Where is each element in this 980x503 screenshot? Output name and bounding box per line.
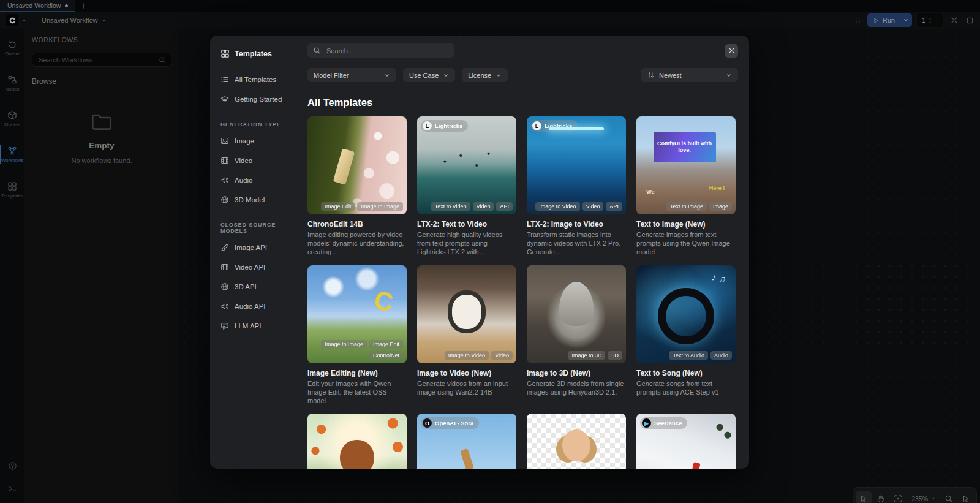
template-card[interactable] bbox=[307, 414, 407, 469]
template-thumbnail: L Lightricks Text to VideoVideoAPI bbox=[417, 116, 516, 214]
template-thumbnail: ▶ SeeDance bbox=[636, 414, 736, 469]
template-tag: Video bbox=[473, 202, 494, 211]
video-icon bbox=[221, 263, 229, 271]
template-tag: 3D bbox=[608, 351, 622, 360]
template-card[interactable] bbox=[527, 414, 626, 469]
model-provider-badge: L Lightricks bbox=[530, 120, 578, 132]
templates-dialog-title: Templates bbox=[235, 50, 272, 58]
nav-item-video-api[interactable]: Video API bbox=[216, 260, 292, 274]
template-thumbnail: Image to 3D3D bbox=[527, 265, 626, 363]
audio-icon bbox=[221, 302, 229, 311]
nav-item-image[interactable]: Image bbox=[216, 134, 292, 148]
sort-label: Newest bbox=[659, 72, 682, 79]
templates-dialog: Templates All Templates Getting Started … bbox=[210, 36, 749, 469]
templates-dialog-content: Model Filter Use Case License Newest Al bbox=[298, 36, 749, 469]
template-tag: ControlNet bbox=[369, 351, 403, 360]
template-tag: Image Edit bbox=[321, 202, 355, 211]
section-heading: All Templates bbox=[307, 97, 738, 108]
cube-icon bbox=[221, 282, 229, 291]
template-description: Image editing powered by video models' d… bbox=[307, 231, 407, 256]
comfyui-app: Unsaved Workflow Unsaved Workflow Run 1 bbox=[0, 0, 980, 503]
template-card[interactable]: Text to AudioAudio Text to Song (New) Ge… bbox=[636, 265, 736, 406]
nav-section-label: GENERATION TYPE bbox=[221, 121, 292, 127]
template-title: Image Editing (New) bbox=[307, 369, 407, 377]
template-tag: Image bbox=[709, 202, 732, 211]
search-icon bbox=[313, 47, 321, 55]
provider-name: OpenAI - Sora bbox=[435, 420, 473, 426]
templates-filters: Model Filter Use Case License Newest bbox=[307, 68, 738, 82]
template-tags: Image EditImage to Image bbox=[311, 202, 403, 211]
provider-logo-icon: O bbox=[423, 418, 432, 428]
templates-topbar bbox=[307, 43, 738, 58]
nav-item-all-templates[interactable]: All Templates bbox=[216, 73, 292, 86]
template-tag: Image to Video bbox=[445, 351, 489, 360]
cap-icon bbox=[221, 95, 229, 104]
nav-item-video[interactable]: Video bbox=[216, 154, 292, 167]
sort-dropdown[interactable]: Newest bbox=[641, 68, 738, 82]
template-description: Generate songs from text prompts using A… bbox=[636, 380, 736, 397]
template-description: Generate videos from an input image usin… bbox=[417, 380, 516, 397]
template-tags: Text to AudioAudio bbox=[640, 351, 732, 360]
nav-item-getting-started[interactable]: Getting Started bbox=[216, 93, 292, 106]
template-card[interactable]: Image EditImage to Image ChronoEdit 14B … bbox=[307, 116, 407, 257]
license-dropdown[interactable]: License bbox=[462, 68, 508, 82]
template-description: Edit your images with Qwen Image Edit, t… bbox=[307, 380, 407, 405]
template-thumbnail: Image EditImage to Image bbox=[307, 116, 407, 214]
template-description: Generate 3D models from single images us… bbox=[527, 380, 626, 397]
template-card[interactable]: ComfyUI is built with love. Text to Imag… bbox=[636, 116, 736, 257]
model-provider-badge: O OpenAI - Sora bbox=[421, 417, 479, 429]
template-tag: Image to 3D bbox=[568, 351, 605, 360]
template-thumbnail bbox=[307, 414, 407, 469]
template-tags: Text to VideoVideoAPI bbox=[421, 202, 513, 211]
use-case-dropdown[interactable]: Use Case bbox=[403, 68, 455, 82]
template-description: Generate images from text prompts using … bbox=[636, 231, 736, 256]
nav-item-3d-model[interactable]: 3D Model bbox=[216, 193, 292, 206]
template-title: Image to Video (New) bbox=[417, 369, 516, 377]
template-card[interactable]: O OpenAI - Sora bbox=[417, 414, 516, 469]
template-title: Text to Song (New) bbox=[636, 369, 736, 377]
templates-dialog-nav: Templates All Templates Getting Started … bbox=[210, 36, 298, 469]
nav-item-audio-api[interactable]: Audio API bbox=[216, 300, 292, 313]
close-icon bbox=[728, 47, 735, 54]
templates-search-box[interactable] bbox=[307, 43, 454, 58]
provider-logo-icon: ▶ bbox=[642, 418, 651, 428]
use-case-label: Use Case bbox=[409, 72, 439, 79]
template-card[interactable]: Image to 3D3D Image to 3D (New) Generate… bbox=[527, 265, 626, 406]
templates-search-input[interactable] bbox=[325, 47, 449, 55]
provider-logo-icon: L bbox=[423, 121, 432, 130]
video-icon bbox=[221, 156, 229, 165]
template-card[interactable]: Image to ImageImage EditControlNet Image… bbox=[307, 265, 407, 406]
license-label: License bbox=[468, 72, 491, 79]
model-filter-dropdown[interactable]: Model Filter bbox=[307, 68, 396, 82]
billboard-text: ComfyUI is built with love. bbox=[654, 132, 716, 163]
template-tag: Audio bbox=[710, 351, 732, 360]
template-thumbnail: Text to AudioAudio bbox=[636, 265, 736, 363]
template-tags: Text to ImageImage bbox=[640, 202, 732, 211]
template-tag: Video bbox=[491, 351, 513, 360]
templates-dialog-header: Templates bbox=[221, 49, 292, 58]
provider-name: Lightricks bbox=[545, 123, 572, 129]
template-title: Image to 3D (New) bbox=[527, 369, 626, 377]
template-title: ChronoEdit 14B bbox=[307, 220, 407, 229]
template-card[interactable]: Image to VideoVideo Image to Video (New)… bbox=[417, 265, 516, 406]
brush-icon bbox=[221, 243, 229, 252]
template-card[interactable]: ▶ SeeDance bbox=[636, 414, 736, 469]
nav-item-llm-api[interactable]: LLM API bbox=[216, 319, 292, 333]
template-tag: API bbox=[606, 202, 622, 211]
image-icon bbox=[221, 137, 229, 145]
template-tag: Image to Image bbox=[357, 202, 403, 211]
template-card[interactable]: L Lightricks Text to VideoVideoAPI LTX-2… bbox=[417, 116, 516, 257]
close-dialog-button[interactable] bbox=[725, 44, 738, 58]
audio-icon bbox=[221, 176, 229, 184]
nav-item-3d-api[interactable]: 3D API bbox=[216, 280, 292, 293]
template-card[interactable]: L Lightricks Image to VideoVideoAPI LTX-… bbox=[527, 116, 626, 257]
template-thumbnail bbox=[527, 414, 626, 469]
template-tags: Image to ImageImage EditControlNet bbox=[311, 340, 403, 360]
model-provider-badge: ▶ SeeDance bbox=[640, 417, 687, 429]
template-tag: Text to Video bbox=[431, 202, 470, 211]
template-tag: Image to Image bbox=[321, 340, 367, 349]
chevron-down-icon bbox=[496, 72, 502, 78]
nav-item-audio[interactable]: Audio bbox=[216, 173, 292, 187]
nav-item-image-api[interactable]: Image API bbox=[216, 241, 292, 254]
template-tag: Image to Video bbox=[535, 202, 579, 211]
